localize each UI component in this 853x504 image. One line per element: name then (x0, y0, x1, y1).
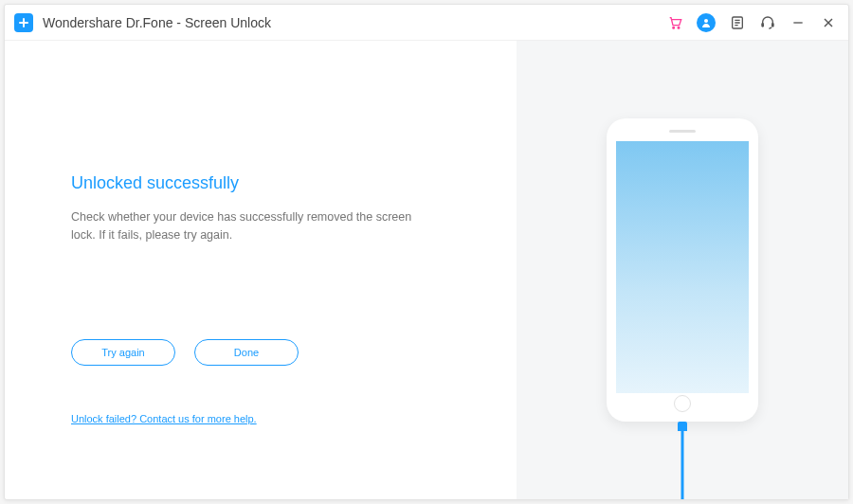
svg-rect-7 (771, 23, 774, 27)
done-button[interactable]: Done (194, 339, 299, 366)
feedback-icon[interactable] (729, 14, 746, 31)
titlebar-actions (666, 13, 837, 32)
svg-point-4 (704, 19, 708, 23)
content-area: Unlocked successfully Check whether your… (5, 41, 848, 499)
cart-icon[interactable] (666, 14, 683, 31)
app-window: Wondershare Dr.Fone - Screen Unlock (4, 4, 849, 500)
status-heading: Unlocked successfully (71, 173, 460, 193)
close-icon[interactable] (820, 14, 837, 31)
svg-point-2 (673, 27, 675, 28)
action-buttons: Try again Done (71, 339, 460, 366)
titlebar: Wondershare Dr.Fone - Screen Unlock (5, 5, 848, 41)
minimize-icon[interactable] (789, 14, 807, 31)
app-logo-icon (14, 13, 33, 32)
svg-point-3 (678, 27, 680, 28)
help-link[interactable]: Unlock failed? Contact us for more help. (71, 413, 257, 424)
illustration-panel (517, 41, 848, 499)
message-panel: Unlocked successfully Check whether your… (5, 41, 517, 499)
svg-rect-1 (19, 22, 28, 24)
try-again-button[interactable]: Try again (71, 339, 175, 366)
user-icon[interactable] (697, 13, 716, 32)
svg-rect-6 (761, 23, 764, 27)
app-title: Wondershare Dr.Fone - Screen Unlock (43, 15, 666, 30)
phone-screen (616, 141, 749, 393)
cable-illustration (678, 422, 687, 431)
status-description: Check whether your device has successful… (71, 208, 431, 244)
phone-illustration (607, 118, 758, 422)
support-icon[interactable] (759, 14, 776, 31)
